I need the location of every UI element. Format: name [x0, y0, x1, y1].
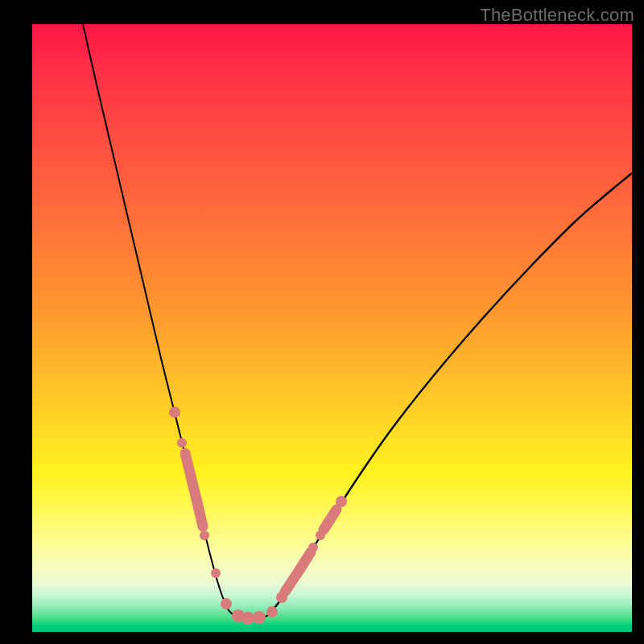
watermark-text: TheBottleneck.com: [480, 5, 634, 26]
marker-dot: [221, 598, 232, 609]
curve-right-branch: [267, 173, 632, 616]
marker-capsule: [185, 453, 196, 499]
marker-dot: [242, 612, 254, 625]
marker-dot: [308, 543, 318, 552]
marker-dot: [177, 438, 187, 448]
marker-capsule: [196, 499, 203, 526]
plot-area: [32, 24, 632, 632]
marker-dot: [200, 530, 209, 540]
marker-capsules: [185, 453, 336, 592]
chart-svg: [32, 24, 632, 632]
marker-dot: [316, 530, 325, 540]
marker-dot: [336, 496, 347, 507]
marker-dot: [169, 407, 180, 418]
marker-dot: [276, 592, 287, 603]
marker-dot: [253, 611, 266, 624]
marker-capsule: [299, 552, 311, 570]
curve-left-branch: [83, 24, 235, 616]
marker-capsule: [324, 510, 336, 530]
marker-dot: [266, 606, 278, 617]
chart-frame: TheBottleneck.com: [0, 0, 644, 644]
marker-dot: [211, 568, 221, 578]
